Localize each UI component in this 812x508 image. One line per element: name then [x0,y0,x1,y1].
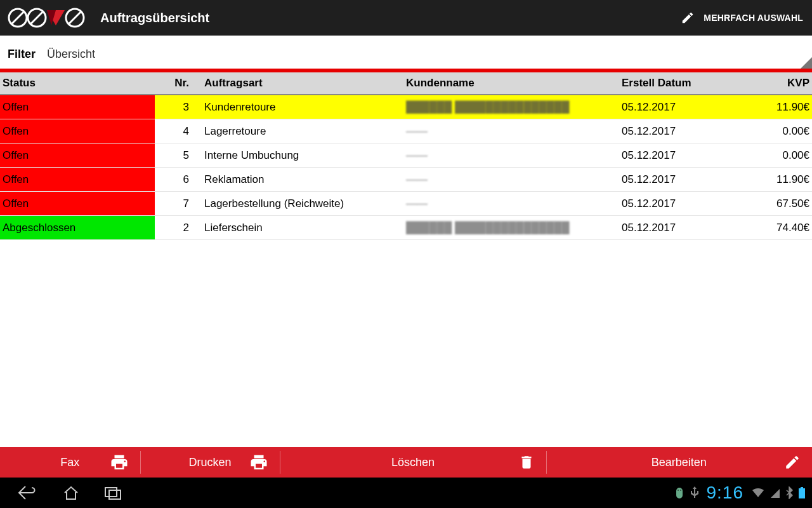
cell-kvp: 11.90€ [721,173,812,186]
wifi-icon [751,487,765,498]
edit-label: Bearbeiten [652,456,707,469]
recent-apps-icon[interactable] [104,485,123,500]
svg-line-3 [30,11,43,24]
cell-art: Lagerretoure [194,125,403,138]
table-row[interactable]: Offen4Lagerretoure——05.12.20170.00€ [0,119,812,144]
filter-value[interactable]: Übersicht [36,48,95,69]
print-icon [110,453,129,472]
cell-kunde: ██████ ███████████████ [403,222,619,234]
delete-button[interactable]: Löschen [280,447,546,478]
pencil-icon [784,454,801,471]
android-nav-bar: 9:16 [0,478,812,508]
cell-art: Lagerbestellung (Reichweite) [194,197,403,210]
cell-date: 05.12.2017 [619,222,721,234]
content-spacer [0,240,812,447]
print-label: Drucken [189,456,232,469]
table-row[interactable]: Offen3Kundenretoure██████ ██████████████… [0,95,812,119]
cell-kvp: 0.00€ [721,125,812,138]
back-icon[interactable] [16,484,38,502]
cell-kunde: —— [403,197,619,210]
filter-label: Filter [4,48,36,69]
print-icon [249,453,268,472]
app-logo [6,6,89,29]
th-art[interactable]: Auftragsart [194,77,403,90]
cell-kunde: —— [403,125,619,138]
pencil-icon [681,11,695,25]
table-row[interactable]: Abgeschlossen2Lieferschein██████ ███████… [0,216,812,240]
fax-label: Fax [60,456,79,469]
th-status[interactable]: Status [0,77,155,90]
cell-date: 05.12.2017 [619,125,721,138]
cell-nr: 6 [155,173,194,186]
dropdown-corner-icon[interactable] [798,55,812,69]
bluetooth-icon [785,486,793,499]
table-row[interactable]: Offen7Lagerbestellung (Reichweite)——05.1… [0,192,812,216]
cell-nr: 3 [155,101,194,114]
filter-bar: Filter Übersicht [0,36,812,69]
cell-date: 05.12.2017 [619,173,721,186]
app-top-bar: Auftragsübersicht MEHRFACH AUSWAHL [0,0,812,36]
multi-select-label: MEHRFACH AUSWAHL [704,13,803,23]
cell-nr: 5 [155,149,194,162]
th-kvp[interactable]: KVP [721,77,812,90]
cell-status: Offen [0,192,155,215]
th-nr[interactable]: Nr. [155,77,194,90]
cell-status: Offen [0,95,155,119]
cell-art: Lieferschein [194,222,403,234]
svg-rect-6 [105,488,117,497]
svg-line-5 [69,11,81,24]
table-row[interactable]: Offen5Interne Umbuchung——05.12.20170.00€ [0,144,812,168]
cell-nr: 7 [155,197,194,210]
table-body: Offen3Kundenretoure██████ ██████████████… [0,95,812,240]
trash-icon [518,453,535,472]
home-icon[interactable] [62,485,80,501]
table-header: Status Nr. Auftragsart Kundenname Erstel… [0,72,812,95]
cell-date: 05.12.2017 [619,149,721,162]
cell-kunde: —— [403,149,619,162]
cell-kunde: ██████ ███████████████ [403,101,619,114]
svg-line-1 [11,11,24,24]
android-debug-icon [674,486,685,499]
cell-nr: 4 [155,125,194,138]
cell-kvp: 74.40€ [721,222,812,234]
multi-select-button[interactable]: MEHRFACH AUSWAHL [681,0,803,36]
cell-status: Offen [0,168,155,191]
table-row[interactable]: Offen6Reklamation——05.12.201711.90€ [0,168,812,192]
battery-icon [798,486,806,499]
cell-art: Reklamation [194,173,403,186]
cell-nr: 2 [155,222,194,234]
print-button[interactable]: Drucken [140,447,280,478]
cell-kunde: —— [403,173,619,186]
cell-date: 05.12.2017 [619,197,721,210]
cell-kvp: 67.50€ [721,197,812,210]
cell-status: Abgeschlossen [0,216,155,239]
bottom-action-bar: Fax Drucken Löschen Bearbeiten [0,447,812,478]
svg-rect-11 [801,487,803,488]
cell-date: 05.12.2017 [619,101,721,114]
cell-signal-icon [770,487,780,498]
cell-kvp: 11.90€ [721,101,812,114]
cell-art: Interne Umbuchung [194,149,403,162]
fax-button[interactable]: Fax [0,447,140,478]
svg-rect-10 [799,488,805,498]
th-date[interactable]: Erstell Datum [619,77,721,90]
cell-art: Kundenretoure [194,101,403,114]
usb-icon [690,486,699,500]
svg-rect-7 [109,490,121,499]
cell-kvp: 0.00€ [721,149,812,162]
page-title: Auftragsübersicht [100,11,209,25]
cell-status: Offen [0,144,155,167]
svg-point-9 [680,490,681,491]
edit-button[interactable]: Bearbeiten [546,447,812,478]
cell-status: Offen [0,119,155,143]
status-clock: 9:16 [707,483,744,503]
delete-label: Löschen [391,456,435,469]
svg-point-8 [678,490,679,491]
th-kunde[interactable]: Kundenname [403,77,619,90]
